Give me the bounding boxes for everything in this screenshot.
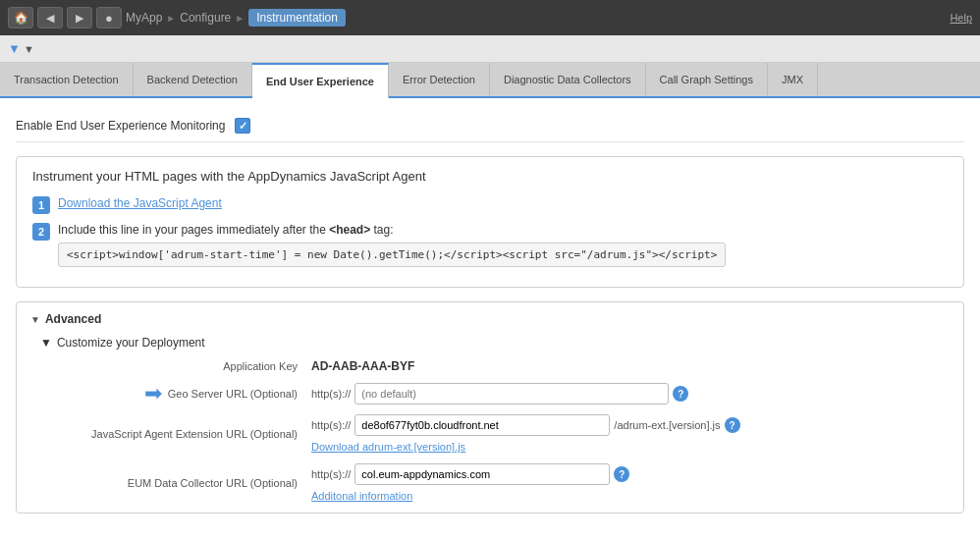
customize-deployment-label: Customize your Deployment — [57, 336, 205, 350]
download-adrum-link[interactable]: Download adrum-ext.[version].js — [311, 441, 465, 453]
step-2-row: 2 Include this line in your pages immedi… — [32, 222, 948, 267]
breadcrumb: MyApp ► Configure ► Instrumentation — [126, 9, 346, 27]
js-agent-ext-label: JavaScript Agent Extension URL (Optional… — [50, 428, 305, 440]
tab-error-detection[interactable]: Error Detection — [389, 63, 490, 96]
eum-collector-input[interactable] — [354, 463, 610, 485]
geo-server-prefix: http(s):// — [311, 388, 351, 400]
enable-monitoring-row: Enable End User Experience Monitoring — [16, 110, 964, 142]
code-snippet: <script>window['adrum-start-time'] = new… — [58, 243, 726, 267]
filter-arrow-icon: ▼ — [8, 41, 21, 56]
tab-call-graph-settings[interactable]: Call Graph Settings — [646, 63, 768, 96]
tab-transaction-detection[interactable]: Transaction Detection — [0, 63, 134, 96]
advanced-header-label: Advanced — [45, 312, 101, 326]
top-nav: 🏠 ◀ ▶ ● MyApp ► Configure ► Instrumentat… — [0, 0, 980, 35]
step-2-badge: 2 — [32, 223, 50, 241]
js-agent-ext-prefix: http(s):// — [311, 419, 351, 431]
tab-end-user-experience[interactable]: End User Experience — [252, 63, 389, 98]
filter-icon-group[interactable]: ▼ ▼ — [8, 41, 34, 56]
instrument-title: Instrument your HTML pages with the AppD… — [32, 169, 948, 184]
refresh-button[interactable]: ● — [96, 7, 122, 28]
geo-server-help-icon[interactable]: ? — [673, 386, 688, 402]
tab-diagnostic-data-collectors[interactable]: Diagnostic Data Collectors — [490, 63, 646, 96]
home-button[interactable]: 🏠 — [8, 7, 33, 28]
filter-label: ▼ — [24, 43, 34, 55]
advanced-arrow-icon: ▼ — [30, 314, 40, 325]
geo-server-label: ➡ Geo Server URL (Optional) — [50, 383, 305, 405]
breadcrumb-arrow-1: ► — [166, 13, 176, 24]
enable-monitoring-label: Enable End User Experience Monitoring — [16, 119, 225, 133]
back-button[interactable]: ◀ — [37, 7, 63, 28]
enable-monitoring-checkbox[interactable] — [235, 118, 250, 134]
breadcrumb-configure[interactable]: Configure — [180, 11, 231, 25]
tab-backend-detection[interactable]: Backend Detection — [134, 63, 252, 96]
app-key-value: AD-AAB-AAA-BYF — [311, 359, 950, 373]
step-1-badge: 1 — [32, 196, 50, 214]
customize-arrow-icon: ▼ — [40, 336, 52, 350]
head-tag: <head> — [329, 223, 370, 237]
step-1-text: Download the JavaScript Agent — [58, 195, 222, 212]
breadcrumb-active: Instrumentation — [248, 9, 346, 27]
js-agent-ext-suffix: /adrum-ext.[version].js — [614, 419, 720, 431]
customize-deployment-header[interactable]: ▼ Customize your Deployment — [40, 336, 950, 350]
js-agent-ext-input[interactable] — [354, 414, 610, 436]
tab-jmx[interactable]: JMX — [768, 63, 818, 96]
js-agent-ext-input-row: http(s):// /adrum-ext.[version].js ? — [311, 414, 950, 436]
advanced-header[interactable]: ▼ Advanced — [30, 312, 950, 326]
eum-collector-input-row: http(s):// ? — [311, 463, 950, 485]
form-grid: Application Key AD-AAB-AAA-BYF ➡ Geo Ser… — [50, 359, 950, 503]
js-agent-ext-help-icon[interactable]: ? — [725, 417, 740, 433]
forward-button[interactable]: ▶ — [67, 7, 92, 28]
content-area: Enable End User Experience Monitoring In… — [0, 98, 980, 540]
step-1-row: 1 Download the JavaScript Agent — [32, 195, 948, 214]
breadcrumb-arrow-2: ► — [235, 13, 245, 24]
app-key-label: Application Key — [50, 360, 305, 372]
eum-collector-container: http(s):// ? Additonal information — [311, 463, 950, 503]
eum-collector-label: EUM Data Collector URL (Optional) — [50, 477, 305, 489]
eum-collector-prefix: http(s):// — [311, 468, 351, 480]
js-agent-ext-container: http(s):// /adrum-ext.[version].js ? Dow… — [311, 414, 950, 454]
geo-server-icon: ➡ — [144, 383, 162, 405]
additional-info-link[interactable]: Additonal information — [311, 490, 412, 502]
tab-bar: Transaction Detection Backend Detection … — [0, 63, 980, 98]
eum-collector-help-icon[interactable]: ? — [614, 466, 629, 482]
advanced-section: ▼ Advanced ▼ Customize your Deployment A… — [16, 301, 964, 513]
breadcrumb-app[interactable]: MyApp — [126, 11, 162, 25]
download-js-agent-link[interactable]: Download the JavaScript Agent — [58, 196, 222, 210]
help-link[interactable]: Help — [950, 12, 972, 24]
geo-server-input[interactable] — [354, 383, 669, 405]
instrument-section: Instrument your HTML pages with the AppD… — [16, 156, 964, 288]
geo-server-input-row: http(s):// ? — [311, 383, 950, 405]
step-2-text: Include this line in your pages immediat… — [58, 222, 726, 267]
filter-bar: ▼ ▼ — [0, 35, 980, 63]
